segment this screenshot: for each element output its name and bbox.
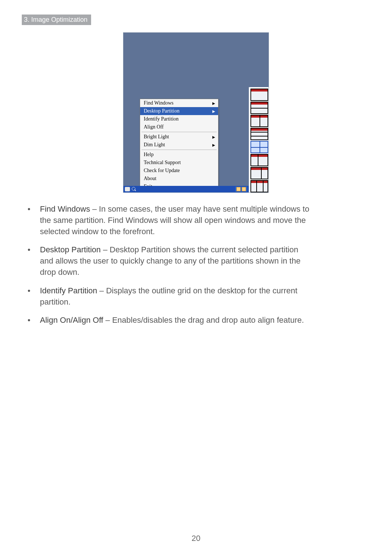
list-item-term: Align On/Align Off (40, 315, 103, 325)
menu-item-label: Check for Update (144, 168, 180, 174)
menu-item[interactable]: Align Off (140, 123, 218, 131)
menu-item[interactable]: Check for Update (140, 167, 218, 175)
list-item: Align On/Align Off – Enables/disables th… (22, 315, 312, 326)
menu-item-label: Find Windows (144, 100, 173, 106)
submenu-arrow-icon: ▶ (212, 143, 215, 147)
system-tray (235, 187, 247, 192)
submenu-arrow-icon: ▶ (212, 101, 215, 105)
screenshot-figure: Find Windows▶Desktop Partition▶Identify … (123, 32, 269, 193)
menu-item[interactable]: About (140, 175, 218, 183)
list-item-term: Desktop Partition (40, 245, 101, 254)
body-text: Find Windows – In some cases, the user m… (22, 204, 312, 326)
section-header: 3. Image Optimization (22, 15, 91, 25)
menu-item-label: Bright Light (144, 134, 169, 140)
tray-icon (236, 187, 241, 191)
tray-icon (242, 187, 246, 191)
list-item: Find Windows – In some cases, the user m… (22, 204, 312, 237)
menu-item[interactable]: Help (140, 151, 218, 159)
list-item-text: – Enables/disables the drag and drop aut… (103, 315, 304, 325)
menu-item[interactable]: Desktop Partition▶ (140, 107, 218, 115)
menu-separator (142, 150, 217, 150)
list-item: Identify Partition – Displays the outlin… (22, 285, 312, 308)
menu-item[interactable]: Dim Light▶ (140, 141, 218, 149)
submenu-arrow-icon: ▶ (212, 135, 215, 139)
list-item-term: Identify Partition (40, 286, 97, 295)
menu-item[interactable]: Find Windows▶ (140, 99, 218, 107)
context-menu: Find Windows▶Desktop Partition▶Identify … (140, 99, 219, 191)
partition-thumb (250, 128, 268, 140)
list-item-term: Find Windows (40, 204, 90, 213)
partition-thumb (250, 102, 268, 114)
partition-thumb (250, 180, 268, 192)
menu-item[interactable]: Technical Support (140, 159, 218, 167)
menu-item-label: About (144, 176, 156, 182)
menu-item-label: Technical Support (144, 160, 181, 166)
page-number: 20 (0, 534, 392, 543)
list-item: Desktop Partition – Desktop Partition sh… (22, 244, 312, 278)
menu-separator (142, 132, 217, 132)
partition-thumb (250, 167, 268, 179)
partition-thumb (250, 154, 268, 166)
menu-item-label: Dim Light (144, 142, 165, 148)
menu-item-label: Identify Partition (144, 116, 179, 122)
submenu-arrow-icon: ▶ (212, 109, 215, 113)
search-icon (131, 187, 136, 191)
menu-item[interactable]: Identify Partition (140, 115, 218, 123)
partition-thumb (250, 89, 268, 101)
menu-item-label: Desktop Partition (144, 108, 179, 114)
partition-thumb-selected (250, 141, 268, 153)
taskbar-app-icon (125, 187, 130, 191)
menu-item-label: Align Off (144, 124, 164, 130)
taskbar (123, 186, 249, 192)
partition-thumb (250, 115, 268, 127)
partition-icons-column (249, 87, 269, 192)
menu-item-label: Help (144, 152, 154, 158)
menu-item[interactable]: Bright Light▶ (140, 133, 218, 141)
